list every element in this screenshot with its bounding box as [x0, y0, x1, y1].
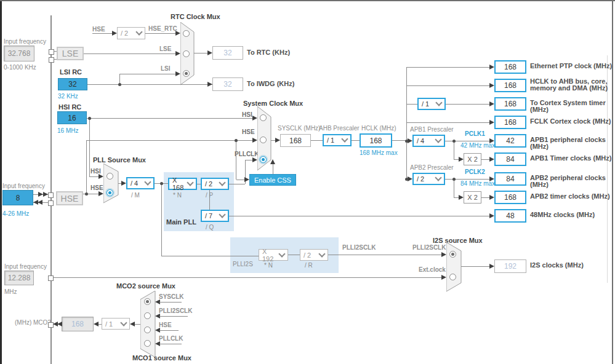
output-value-box[interactable]: 168	[494, 116, 526, 129]
chevron-down-icon	[135, 28, 142, 35]
wire	[406, 85, 489, 86]
enable-css-button[interactable]: Enable CSS	[249, 174, 296, 186]
arrow-right-icon	[489, 83, 494, 88]
arrow-right-icon	[489, 138, 494, 143]
pll-mux-radio-hse[interactable]	[107, 189, 113, 196]
wire	[352, 140, 360, 141]
wire	[445, 141, 489, 141]
output-value-box[interactable]: 168	[494, 191, 526, 204]
output-value-box[interactable]: 48	[494, 209, 526, 223]
mco2-mux-radio-hse	[144, 326, 151, 333]
chevron-down-icon	[435, 136, 441, 143]
i2s-ext-input-frequency-field[interactable]: 12.288	[4, 271, 34, 285]
chevron-down-icon	[435, 174, 441, 181]
wire	[454, 159, 459, 160]
rtc-hse-rtc-pin-label: HSE_RTC	[148, 25, 177, 32]
chevron-down-icon	[144, 178, 151, 185]
rtc-mux-radio-hse-rtc	[183, 30, 190, 37]
wire	[236, 180, 244, 180]
pll-source-mux-title: PLL Source Mux	[93, 157, 146, 164]
mco1-source-mux-title: MCO1 source Mux	[132, 355, 191, 362]
junction-dot	[85, 192, 88, 196]
mco2-mux-radio-sysclk	[144, 298, 151, 305]
sys-pllclk-pin-label: PLLCLK	[235, 151, 259, 157]
frame-left	[0, 0, 2, 364]
main-pll-title: Main PLL	[166, 219, 196, 226]
pll-n-dropdown[interactable]: X 168	[168, 178, 197, 190]
sys-mux-radio-pllclk[interactable]	[260, 156, 267, 163]
arrow-right-icon	[175, 71, 180, 76]
ahb-prescaler-value: / 1	[327, 136, 334, 144]
lse-input-frequency-field[interactable]: 32.768	[4, 46, 34, 61]
pclk2-label: PCLK2	[465, 168, 485, 175]
apb1-prescaler-dropdown[interactable]: / 4	[412, 135, 445, 147]
hse-range-label: 4-26 MHz	[2, 210, 29, 217]
chevron-down-icon	[187, 179, 193, 186]
mco2-mux-radio-pllclk	[144, 340, 151, 347]
arrow-right-icon	[252, 116, 257, 121]
sys-hsi-pin-label: HSI	[242, 111, 252, 118]
arrow-right-icon	[175, 51, 180, 56]
wire	[194, 53, 207, 53]
cortex-timer-divider-dropdown[interactable]: / 1	[417, 98, 446, 110]
lse-input-frequency-label: Input frequency	[4, 38, 46, 45]
pll-n-value: X 168	[172, 176, 188, 191]
wire	[288, 255, 300, 255]
wire	[53, 277, 441, 278]
rtc-hse-pin-label: HSE	[92, 26, 105, 33]
plli2sclk-wire-label: PLLI2SCLK	[342, 244, 376, 251]
pll-mux-radio-hsi[interactable]	[107, 173, 113, 180]
to-rtc-value-box: 32	[212, 46, 243, 60]
junction-dot	[118, 83, 121, 86]
output-value-box[interactable]: 168	[494, 79, 526, 92]
pll-m-dropdown[interactable]: / 4	[126, 177, 155, 189]
output-clock-label: APB2 peripheral clocks (MHz)	[530, 175, 615, 188]
wire	[454, 180, 454, 198]
rail-connector	[48, 275, 54, 281]
wire	[481, 197, 489, 198]
wire	[271, 140, 275, 141]
output-clock-label: APB1 peripheral clocks (MHz)	[530, 136, 615, 150]
junction-dot	[405, 140, 408, 143]
junction-dot	[88, 117, 91, 120]
ahb-prescaler-label: AHB Prescaler	[319, 125, 360, 132]
lse-oscillator-box: LSE	[57, 47, 84, 60]
wire	[159, 316, 188, 317]
ahb-prescaler-dropdown[interactable]: / 1	[323, 134, 352, 146]
pll-p-dropdown[interactable]: / 2	[201, 178, 229, 190]
output-value-box[interactable]: 84	[494, 172, 526, 186]
arrow-right-icon	[43, 192, 48, 197]
system-clock-mux-title: System Clock Mux	[243, 100, 303, 107]
output-value-box[interactable]: 84	[494, 152, 526, 166]
output-value-box[interactable]: 42	[494, 134, 526, 148]
pll-q-dropdown[interactable]: / 7	[201, 210, 229, 222]
hclk-value-box[interactable]: 168	[360, 133, 392, 148]
wire	[145, 33, 177, 34]
pclk1-label: PCLK1	[465, 130, 485, 137]
arrow-left-icon	[94, 322, 98, 326]
apb1-prescaler-label: APB1 Prescaler	[410, 126, 454, 133]
apb1-prescaler-value: / 4	[417, 137, 424, 144]
hse-input-frequency-field[interactable]: 8	[2, 190, 33, 205]
rtc-hse-divider-dropdown: / 2	[117, 27, 145, 39]
wire	[406, 122, 489, 123]
frame-top	[0, 0, 615, 1]
mco2-value-box: 168	[62, 317, 94, 331]
rtc-mux-title: RTC Clock Mux	[171, 14, 220, 20]
arrow-right-icon	[112, 31, 117, 36]
i2s-plli2sclk-pin-label: PLLI2SCLK	[412, 244, 446, 251]
output-value-box[interactable]: 168	[494, 97, 526, 111]
output-value-box[interactable]: 168	[494, 60, 526, 74]
plli2s-r-value: / 2	[303, 251, 311, 259]
apb2-prescaler-dropdown[interactable]: / 2	[412, 173, 445, 185]
wire	[87, 118, 252, 119]
pll-q-value: / 7	[205, 212, 212, 220]
plli2s-r-dropdown: / 2	[300, 249, 328, 261]
rtc-hse-divider-value: / 2	[121, 30, 128, 37]
output-clock-label: FCLK Cortex clock (MHz)	[530, 118, 611, 125]
sys-mux-radio-hsi[interactable]	[260, 114, 267, 121]
pll-source-mux-shape	[103, 164, 119, 204]
sys-mux-radio-hse[interactable]	[260, 136, 267, 143]
rail-connector	[48, 200, 54, 206]
arrow-right-icon	[441, 252, 446, 257]
